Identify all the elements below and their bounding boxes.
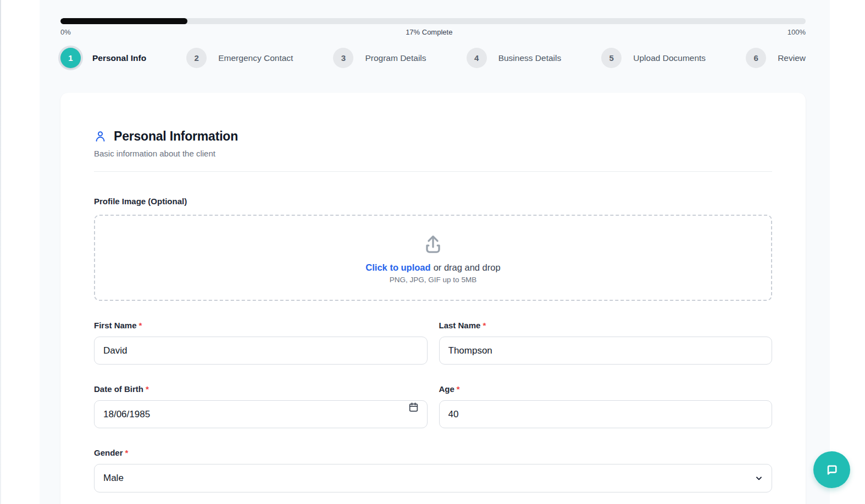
required-asterisk: * bbox=[483, 321, 486, 330]
upload-instructions: Click to uploador drag and drop bbox=[365, 262, 500, 273]
card-title: Personal Information bbox=[114, 129, 238, 144]
last-name-input[interactable] bbox=[439, 337, 773, 365]
step-number-badge: 5 bbox=[601, 48, 622, 68]
click-to-upload-link[interactable]: Click to upload bbox=[365, 262, 430, 272]
page: 0% 17% Complete 100% 1 Personal Info 2 E… bbox=[0, 0, 865, 504]
gender-select-value: Male bbox=[103, 473, 124, 484]
step-number-badge: 3 bbox=[333, 48, 353, 68]
gender-field-group: Gender* Male bbox=[94, 448, 772, 492]
required-asterisk: * bbox=[146, 384, 149, 394]
gender-label: Gender* bbox=[94, 448, 128, 457]
step-number-badge: 6 bbox=[746, 48, 766, 68]
gender-row: Gender* Male bbox=[94, 448, 772, 492]
first-name-field-group: First Name* bbox=[94, 321, 428, 365]
last-name-field-group: Last Name* bbox=[439, 321, 773, 365]
left-edge-divider bbox=[0, 0, 1, 504]
required-asterisk: * bbox=[457, 384, 460, 394]
profile-image-label: Profile Image (Optional) bbox=[94, 197, 772, 206]
step-number-badge: 1 bbox=[60, 48, 81, 68]
age-field-group: Age* bbox=[439, 384, 773, 428]
dob-label: Date of Birth* bbox=[94, 384, 149, 394]
dob-age-row: Date of Birth* Age* bbox=[94, 384, 772, 428]
card-header: Personal Information bbox=[94, 129, 772, 144]
step-program-details[interactable]: 3 Program Details bbox=[333, 48, 426, 68]
gender-select[interactable]: Male bbox=[94, 464, 772, 492]
chat-button[interactable] bbox=[813, 451, 850, 488]
chevron-down-icon bbox=[755, 474, 763, 483]
first-name-input[interactable] bbox=[94, 337, 428, 365]
step-label: Upload Documents bbox=[633, 53, 706, 63]
step-label: Program Details bbox=[365, 53, 426, 63]
upload-icon bbox=[420, 232, 446, 255]
step-number-badge: 4 bbox=[467, 48, 487, 68]
chat-bubble-icon bbox=[823, 461, 840, 478]
header-divider bbox=[94, 171, 772, 172]
user-icon bbox=[94, 130, 107, 143]
drag-drop-text: or drag and drop bbox=[434, 262, 501, 272]
name-row: First Name* Last Name* bbox=[94, 321, 772, 365]
step-personal-info[interactable]: 1 Personal Info bbox=[60, 48, 146, 68]
progress-min-label: 0% bbox=[60, 28, 71, 36]
step-business-details[interactable]: 4 Business Details bbox=[467, 48, 562, 68]
progress-max-label: 100% bbox=[788, 28, 806, 36]
step-upload-documents[interactable]: 5 Upload Documents bbox=[601, 48, 706, 68]
upload-hint: PNG, JPG, GIF up to 5MB bbox=[390, 276, 476, 284]
progress-labels: 0% 17% Complete 100% bbox=[60, 28, 806, 36]
age-input[interactable] bbox=[439, 400, 773, 428]
step-label: Personal Info bbox=[92, 53, 146, 63]
progress-bar bbox=[60, 18, 806, 24]
progress-status-label: 17% Complete bbox=[406, 28, 452, 36]
step-label: Business Details bbox=[498, 53, 562, 63]
first-name-label: First Name* bbox=[94, 321, 142, 330]
step-emergency-contact[interactable]: 2 Emergency Contact bbox=[186, 48, 293, 68]
step-number-badge: 2 bbox=[186, 48, 207, 68]
dob-input[interactable] bbox=[94, 400, 428, 428]
last-name-label: Last Name* bbox=[439, 321, 486, 330]
step-label: Review bbox=[778, 53, 806, 63]
step-label: Emergency Contact bbox=[218, 53, 293, 63]
required-asterisk: * bbox=[139, 321, 142, 330]
step-review[interactable]: 6 Review bbox=[746, 48, 806, 68]
required-asterisk: * bbox=[125, 448, 129, 457]
age-label: Age* bbox=[439, 384, 460, 394]
main-panel: 0% 17% Complete 100% 1 Personal Info 2 E… bbox=[40, 0, 830, 504]
card-subtitle: Basic information about the client bbox=[94, 149, 772, 158]
personal-info-card: Personal Information Basic information a… bbox=[60, 93, 806, 504]
content-column: 0% 17% Complete 100% 1 Personal Info 2 E… bbox=[60, 18, 806, 504]
stepper: 1 Personal Info 2 Emergency Contact 3 Pr… bbox=[60, 48, 806, 68]
progress-fill bbox=[60, 18, 187, 24]
profile-image-dropzone[interactable]: Click to uploador drag and drop PNG, JPG… bbox=[94, 215, 772, 301]
calendar-icon[interactable] bbox=[408, 401, 419, 413]
dob-field-group: Date of Birth* bbox=[94, 384, 428, 428]
